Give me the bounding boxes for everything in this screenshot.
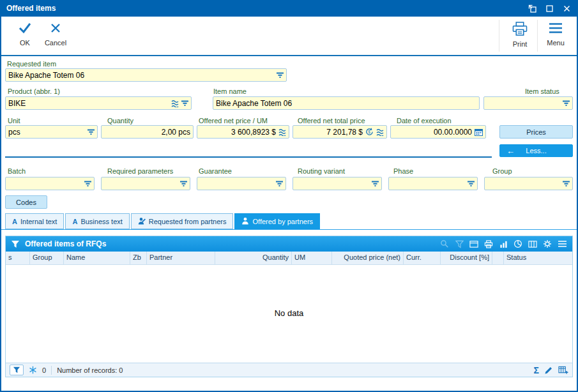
tab-label: Requested from partners xyxy=(149,218,227,225)
unit-label: Unit xyxy=(8,117,20,124)
close-icon[interactable] xyxy=(561,3,572,13)
partner-icon xyxy=(241,217,249,226)
routing-variant-field[interactable] xyxy=(293,177,382,190)
settings-gear-icon[interactable] xyxy=(542,239,552,249)
window-view-icon[interactable] xyxy=(469,239,479,249)
pie-chart-icon[interactable] xyxy=(513,239,523,249)
tab-requested-from-partners[interactable]: Requested from partners xyxy=(131,213,234,229)
tab-internal-text[interactable]: A Internal text xyxy=(5,213,64,229)
table-header-row: s Group Name Zb Partner Quantity UM Quot… xyxy=(6,252,572,265)
filter-icon[interactable] xyxy=(11,240,20,248)
combo-dropdown-icon[interactable] xyxy=(84,181,91,186)
reference-icon[interactable] xyxy=(278,128,286,136)
batch-field[interactable] xyxy=(5,177,95,190)
column-header-status[interactable]: Status xyxy=(504,252,572,264)
column-header-curr[interactable]: Curr. xyxy=(404,252,441,264)
item-name-field[interactable]: Bike Apache Totem 06 xyxy=(213,96,480,110)
required-parameters-field[interactable] xyxy=(101,177,190,190)
date-of-execution-value: 00.00.0000 xyxy=(393,128,472,137)
snowflake-icon[interactable] xyxy=(29,366,37,374)
cancel-button[interactable]: Cancel xyxy=(41,22,70,47)
unit-field[interactable]: pcs xyxy=(5,125,98,139)
column-header-discount[interactable]: Discount [%] xyxy=(441,252,492,264)
product-field[interactable]: BIKE xyxy=(5,96,192,110)
combo-dropdown-icon[interactable] xyxy=(180,181,187,186)
product-label: Product (abbr. 1) xyxy=(8,87,60,95)
menu-button[interactable]: Menu xyxy=(541,22,570,47)
table-status-bar: 0 Number of records: 0 Σ xyxy=(6,363,572,377)
ok-button[interactable]: OK xyxy=(10,22,40,47)
combo-dropdown-icon[interactable] xyxy=(563,181,570,186)
panel-menu-icon[interactable] xyxy=(557,239,567,249)
combo-dropdown-icon[interactable] xyxy=(276,181,283,186)
item-status-field[interactable] xyxy=(483,96,573,110)
edit-pencil-icon[interactable] xyxy=(544,366,553,375)
print-button[interactable]: Print xyxy=(505,22,535,48)
offered-net-total-value: 7 201,78 $ xyxy=(296,128,363,137)
tab-strip: A Internal text A Business text Requeste… xyxy=(5,213,320,229)
column-header-zb[interactable]: Zb xyxy=(130,252,147,264)
offered-net-total-field[interactable]: 7 201,78 $ $ xyxy=(293,125,387,139)
codes-button[interactable]: Codes xyxy=(5,195,47,209)
tab-business-text[interactable]: A Business text xyxy=(65,213,129,229)
quantity-field[interactable]: 2,00 pcs xyxy=(101,125,194,139)
group-field[interactable] xyxy=(484,177,573,190)
offered-net-price-field[interactable]: 3 600,8923 $ xyxy=(197,125,289,139)
combo-dropdown-icon[interactable] xyxy=(181,100,188,106)
columns-icon[interactable] xyxy=(528,239,538,249)
quantity-label: Quantity xyxy=(107,117,133,124)
tab-label: Offered by partners xyxy=(252,218,313,225)
panel-title: Offered items of RFQs xyxy=(25,239,106,248)
toolbar-separator xyxy=(499,20,499,52)
date-of-execution-field[interactable]: 00.00.0000 xyxy=(390,125,486,139)
filter-edit-icon[interactable] xyxy=(454,239,464,249)
column-header-group[interactable]: Group xyxy=(30,252,64,264)
column-header-name[interactable]: Name xyxy=(64,252,130,264)
search-icon[interactable] xyxy=(439,239,450,249)
no-data-text: No data xyxy=(6,308,572,318)
offered-items-of-rfqs-panel: Offered items of RFQs s Group Name Zb Pa… xyxy=(5,236,573,377)
item-name-label: Item name xyxy=(213,87,247,95)
dock-window-icon[interactable] xyxy=(527,3,537,13)
recalculate-icon[interactable]: $ xyxy=(365,128,374,136)
reference-icon[interactable] xyxy=(171,100,179,107)
titlebar[interactable]: Offered items xyxy=(0,0,578,17)
guarantee-field[interactable] xyxy=(197,177,286,190)
combo-dropdown-icon[interactable] xyxy=(87,129,95,135)
sum-icon[interactable]: Σ xyxy=(534,365,539,375)
reference-icon[interactable] xyxy=(376,128,384,136)
status-separator xyxy=(51,366,52,375)
combo-dropdown-icon[interactable] xyxy=(563,100,570,106)
column-header-quantity[interactable]: Quantity xyxy=(215,252,292,264)
add-table-row-icon[interactable] xyxy=(558,366,568,375)
calendar-icon[interactable] xyxy=(475,128,483,136)
requested-item-field[interactable]: Bike Apache Totem 06 xyxy=(5,68,287,82)
item-name-value: Bike Apache Totem 06 xyxy=(216,99,476,108)
tab-offered-by-partners[interactable]: Offered by partners xyxy=(234,213,320,229)
less-label: Less... xyxy=(526,147,546,155)
window-title: Offered items xyxy=(6,4,56,13)
print-list-icon[interactable] xyxy=(483,239,494,249)
column-header-blank[interactable] xyxy=(492,252,504,264)
ok-label: OK xyxy=(20,39,30,47)
column-header-quoted-price[interactable]: Quoted price (net) xyxy=(332,252,404,264)
maximize-icon[interactable] xyxy=(544,3,554,13)
column-header-um[interactable]: UM xyxy=(292,252,332,264)
phase-field[interactable] xyxy=(388,177,478,190)
combo-dropdown-icon[interactable] xyxy=(277,72,284,78)
back-arrow-icon: ← xyxy=(506,147,515,155)
prices-button[interactable]: Prices xyxy=(499,125,573,139)
toolbar: OK Cancel Print Menu xyxy=(1,17,577,55)
combo-dropdown-icon[interactable] xyxy=(468,181,475,186)
table-body[interactable]: No data xyxy=(6,265,572,363)
bar-chart-icon[interactable] xyxy=(498,239,508,249)
filter-toggle-button[interactable] xyxy=(10,365,24,375)
panel-header: Offered items of RFQs xyxy=(6,236,572,252)
combo-dropdown-icon[interactable] xyxy=(372,181,379,186)
svg-text:$: $ xyxy=(368,130,370,134)
print-label: Print xyxy=(513,40,528,48)
less-button[interactable]: ← Less... xyxy=(499,144,573,157)
section-divider xyxy=(5,156,492,158)
column-header-s[interactable]: s xyxy=(6,252,30,264)
column-header-partner[interactable]: Partner xyxy=(147,252,215,264)
